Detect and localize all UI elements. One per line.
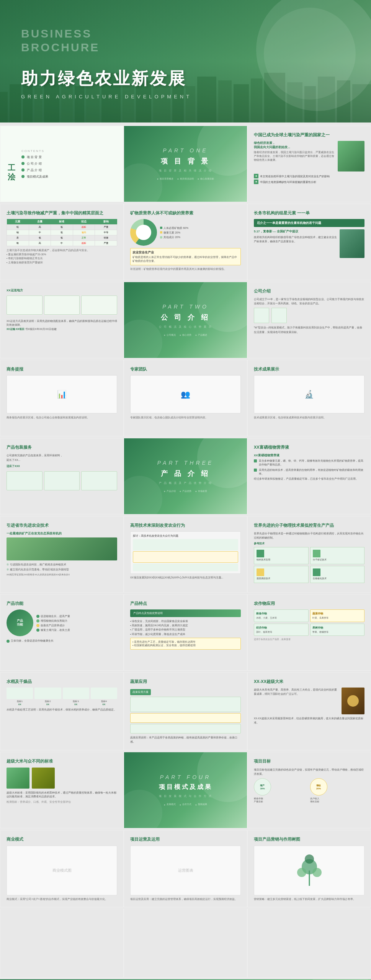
brochure-line1: BUSINESS: [21, 27, 100, 41]
cell-product-pkg: 产品包装服务 公司拥有完善的产品包装体系，采用环保材料，延长了XX... 适应了…: [0, 438, 124, 514]
product-func-title: 产品功能: [7, 601, 117, 606]
marketing-tree-title: 项目产品营销与作用树图: [254, 836, 364, 842]
cell-part-four: PART FOUR 项目模式及成果 项 目 发 展 模 式 与 合 作 方 式 …: [124, 752, 247, 828]
slide-cover: BUSINESS BROCHURE 助力绿色农业新发展 GREEN AGRICU…: [0, 0, 371, 124]
cell-product-features: 产品特点 产品特点及性能优势说明 • 绿色安全，无农药残留，符合国家食品安全标准…: [124, 594, 247, 671]
cell-xx-transport: XX运送地方 XX运送方式及相关说明：采用先进的物流配送体系，确保产品的新鲜度和…: [0, 282, 124, 358]
company-img1: [254, 308, 269, 323]
cell-gov-element: 长务市机构的组星元素 一一单 厄介之一一单是最重要的生素有机物的若干问题 5.1…: [247, 204, 371, 280]
mineral-title: 矿物质营养人体不可或缺的营养素: [130, 210, 241, 216]
contents-item-4: 项目模式及成果: [27, 175, 48, 179]
brochure-line2: BROCHURE: [21, 41, 100, 54]
cover-sub-title: GREEN AGRICULTURE DEVELOPMENT: [21, 94, 192, 100]
cell-blank-3: [247, 909, 371, 978]
part-four-subtitle: 项 目 发 展 模 式 与 合 作 方 式: [159, 794, 212, 798]
vegetable-title: 蔬菜应用: [130, 679, 241, 684]
transport-title: XX运送地方: [7, 288, 23, 292]
agri-img: [7, 537, 117, 560]
cell-project-operation: 项目运营及运用 运营图表 项目运营及应用：建立完善的运营管理体系，确保项目高效稳…: [124, 830, 247, 907]
slide-row-8: 产品功能 产品功能 促进植物生长，提高产量 增强植物抗病虫害能力 改善农产品营养…: [0, 594, 371, 672]
hightech-agri-title: 高用技术来深刻改变农业行为: [130, 523, 241, 528]
advanced-agri-title: 引进省市先进农业技术: [7, 523, 117, 528]
slide-row-9: 水稻及干燥品 指标1 XX 指标2 XX 指标3 XX 指标4 XX: [0, 672, 371, 752]
product-center-circle: 产品功能: [7, 609, 33, 636]
cell-rice-dry: 水稻及干燥品 指标1 XX 指标2 XX 指标3 XX 指标4 XX: [0, 672, 124, 750]
cell-part-one: PART ONE 项 目 背 景 项 目 背 景 及 相 关 情 况 介 绍 ◆…: [124, 126, 247, 202]
cell-business-model: 商业模式 商业模式图 商业模式：采用"公司+农户+基地"的合作模式，实现产业链的…: [0, 830, 124, 907]
part-one-dot3: 核心发展目标: [200, 177, 214, 181]
contents-item-3: 产 品 介 绍: [27, 168, 42, 172]
cell-blank-1: [0, 909, 124, 978]
soil-crop-title: 土壤污染导致作物减产严重，集中中国的精英层面之: [7, 210, 117, 216]
svg-rect-0: [0, 92, 8, 122]
rice-dry-title: 水稻及干燥品: [7, 679, 117, 684]
china-soil-title: 中国已成为全球土壤污染严重的国家之一: [254, 132, 364, 138]
business-model-title: 商业模式: [7, 836, 117, 842]
part-one-subtitle: 项 目 背 景 及 相 关 情 况 介 绍: [159, 169, 212, 173]
cell-part-three: PART THREE 产 品 介 绍 产 品 概 况 及 产 品 优 势 介 绍…: [124, 438, 247, 514]
cell-soil-crop: 土壤污染导致作物减产严重，集中中国的精英层面之 元素含量标准状态影响 铅高低超标…: [0, 204, 124, 280]
molecular-tech-title: 世界先进的分子物理技术展低控育生产产品: [254, 523, 364, 528]
cell-business-report: 商务提报 📊 商务报告内容展示区域，包含公司核心业务数据和发展规划内容说明。: [0, 360, 124, 436]
cell-advanced-agri: 引进省市先进农业技术 一处最难的矿产正在攻克生态系统有机的 ①引进国际先进农业科…: [0, 516, 124, 593]
contents-item-1: 项 目 背 景: [27, 155, 42, 159]
cell-xx-selenium: XX富硒植物营养液 XX富硒植物营养液 富含多种微量元素，硒、铁、锌、钙等，能够…: [247, 438, 371, 514]
slide-row-3: 土壤污染导致作物减产严重，集中中国的精英层面之 元素含量标准状态影响 铅高低超标…: [0, 204, 371, 282]
company-img2: [271, 308, 287, 323]
business-report-title: 商务提报: [7, 366, 117, 372]
svg-point-26: [297, 868, 306, 877]
cell-china-soil: 中国已成为全球土壤污染严重的国家之一 绿色经济发展，我国走向大问题的初始发...…: [247, 126, 371, 202]
slide-row-11: 商业模式 商业模式图 商业模式：采用"公司+农户+基地"的合作模式，实现产业链的…: [0, 830, 371, 909]
cover-main-title: 助力绿色农业新发展: [21, 67, 192, 90]
slide-row-2: 工 浍 CONTENTS 项 目 背 景 公 司 介 绍 产 品 介 绍 项目模…: [0, 126, 371, 204]
slide-row-5: 商务提报 📊 商务报告内容展示区域，包含公司核心业务数据和发展规划内容说明。 专…: [0, 360, 371, 438]
part-three-subtitle: 产 品 概 况 及 产 品 优 势 介 绍: [159, 481, 212, 485]
svg-rect-15: [218, 80, 232, 122]
svg-rect-14: [197, 77, 216, 122]
svg-point-28: [305, 854, 314, 864]
slide-row-4: XX运送地方 XX运送方式及相关说明：采用先进的物流配送体系，确保产品的新鲜度和…: [0, 282, 371, 360]
xx-selenium-title: XX富硒植物营养液: [254, 444, 364, 450]
project-operation-title: 项目运营及运用: [130, 836, 241, 842]
contents-zh: 工 浍: [7, 158, 17, 170]
cell-product-func: 产品功能 产品功能 促进植物生长，提高产量 增强植物抗病虫害能力 改善农产品营养…: [0, 594, 124, 671]
super-rice-standards-title: 超级大米与众不同的标准: [7, 758, 117, 764]
super-rice-img: [342, 688, 364, 714]
slide-row-6: 产品包装服务 公司拥有完善的产品包装体系，采用环保材料，延长了XX... 适应了…: [0, 438, 371, 516]
product-pkg-title: 产品包装服务: [7, 444, 117, 450]
cell-contents: 工 浍 CONTENTS 项 目 背 景 公 司 介 绍 产 品 介 绍 项目模…: [0, 126, 124, 202]
crop-applications-title: 农作物应用: [254, 601, 364, 606]
slide-row-12: [0, 909, 371, 979]
company-intro-title: 公司介绍: [254, 288, 364, 294]
contents-item-2: 公 司 介 绍: [27, 162, 42, 166]
svg-rect-17: [251, 78, 262, 122]
cell-vegetable: 蔬菜应用 蔬菜应用方案 蔬菜应用说明：本产品适用于各类蔬菜的种植，能有效提高蔬菜…: [124, 672, 247, 750]
svg-point-27: [312, 868, 322, 877]
cell-mineral: 矿物质营养人体不可或缺的营养素 人体必需矿物质 60% 微量元素 20% 其他成…: [124, 204, 247, 280]
cell-molecular-tech: 世界先进的分子物理技术展低控育生产产品 世界先进分子物理技术是一种通过对植物细胞…: [247, 516, 371, 593]
cell-tech-achievements: 技术成果展示 🔬 技术成果展示区域，包含研发成果和技术创新内容展示说明。: [247, 360, 371, 436]
cell-super-rice-standards: 超级大米与众不同的标准 超级大米标准：采用国际领先的水稻育种技术，通过严格的质量…: [0, 752, 124, 828]
project-targets-title: 项目目标: [254, 758, 364, 764]
svg-rect-16: [234, 84, 249, 122]
city-img: [338, 141, 364, 172]
part-one-dot2: 相关情况说明: [180, 177, 194, 181]
cell-crop-applications: 农作物应用 粮食作物 水稻、小麦、玉米等 蔬菜作物 叶菜、瓜果类等 经济作物 茶…: [247, 594, 371, 671]
cell-super-rice: XX-XX超级大米 超级大米具有高产量、高营养、高抗性三大特点，是现代农业科技的…: [247, 672, 371, 750]
product-features-title: 产品特点: [130, 601, 241, 606]
slide-row-10: 超级大米与众不同的标准 超级大米标准：采用国际领先的水稻育种技术，通过严格的质量…: [0, 752, 371, 830]
cell-company-intro: 公司介绍 公司成立于××年，是一家专注于绿色农业领域的科技型企业。公司致力于将现…: [247, 282, 371, 358]
cell-expert-team: 专家团队 👥 专家团队展示区域，包含核心团队成员介绍和专业背景说明内容。: [124, 360, 247, 436]
expert-team-title: 专家团队: [130, 366, 241, 372]
cell-blank-2: [124, 909, 247, 978]
cell-part-two: PART TWO 公 司 介 绍 公 司 概 况 及 核 心 优 势 展 示 ◆…: [124, 282, 247, 358]
cell-marketing-tree: 项目产品营销与作用树图 营销策略：建立多元化营销渠道，线上线下协同发展，扩大品牌…: [247, 830, 371, 907]
gov-element-title: 长务市机构的组星元素 一一单: [254, 210, 364, 216]
svg-rect-1: [10, 84, 21, 122]
part-one-dot1: 项目背景概述: [160, 177, 173, 181]
cell-project-targets: 项目目标 项目目标包括建立完善的绿色农业产业链，实现年产值突破亿元，带动农户增收…: [247, 752, 371, 828]
slide-row-7: 引进省市先进农业技术 一处最难的矿产正在攻克生态系统有机的 ①引进国际先进农业科…: [0, 516, 371, 594]
super-rice-title: XX-XX超级大米: [254, 679, 364, 684]
contents-en: CONTENTS: [21, 149, 48, 153]
cell-hightech-agri: 高用技术来深刻改变农业行为 探讨：高技术化改变农业大众行为问题 XX项目发展到2…: [124, 516, 247, 593]
